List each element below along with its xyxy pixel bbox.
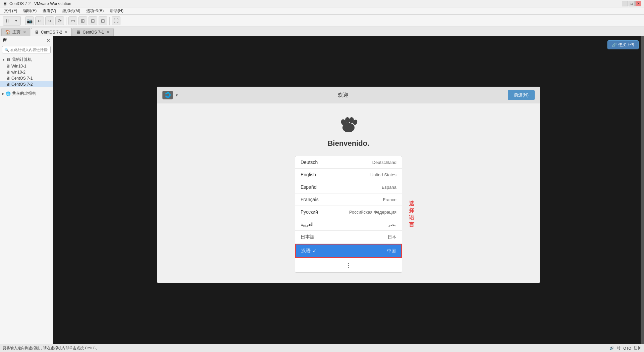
sidebar-item-label-centos72: CentOS 7-2 (11, 82, 33, 87)
title-bar-title: CentOS 7-2 - VMware Workstation (9, 1, 71, 6)
lang-region-english: United States (370, 172, 396, 177)
gnome-logo (337, 110, 360, 134)
sidebar-close-button[interactable]: ✕ (47, 38, 50, 43)
sidebar-item-label-centos71: CentOS 7-1 (11, 76, 33, 81)
tab-home-label: 主页 (12, 29, 20, 35)
sidebar-item-centos72[interactable]: 🖥 CentOS 7-2 (0, 81, 53, 87)
sidebar-search-box[interactable]: 🔍 (2, 46, 51, 53)
forward-button[interactable]: ↪ (45, 16, 54, 25)
sidebar-item-win10-1[interactable]: 🖥 Win10-1 (0, 63, 53, 69)
menu-file[interactable]: 文件(F) (1, 7, 20, 14)
sidebar-group-shared[interactable]: ▶ 🌐 共享的虚拟机 (0, 90, 53, 97)
fit-button[interactable]: ⊞ (78, 16, 87, 25)
lang-name-english: English (301, 172, 316, 177)
main-layout: 库 ✕ 🔍 ▼ 🖥 我的计算机 🖥 Win10-1 🖥 win10-2 🖥 (0, 36, 644, 344)
tabs-bar: 🏠 主页 ✕ 🖥 CentOS 7-2 ✕ 🖥 CentOS 7-1 ✕ (0, 27, 644, 36)
menu-vm[interactable]: 虚拟机(M) (59, 7, 83, 14)
split2-button[interactable]: ⊡ (99, 16, 107, 25)
expand-arrow-shared-icon: ▶ (2, 92, 4, 95)
toolbar-dropdown[interactable]: ▼ (12, 16, 20, 25)
tab-centos71-label: CentOS 7-1 (83, 30, 104, 35)
more-dots-icon: ⋮ (345, 262, 352, 269)
vm-icon-win10-2: 🖥 (6, 70, 10, 75)
tab-home-close[interactable]: ✕ (22, 30, 26, 34)
tab-centos71-close[interactable]: ✕ (106, 30, 110, 34)
maximize-button[interactable]: □ (629, 1, 635, 6)
pause-button[interactable]: ⏸ (3, 16, 12, 25)
tab-centos72[interactable]: 🖥 CentOS 7-2 ✕ (31, 28, 72, 36)
lang-more-button[interactable]: ⋮ (295, 258, 402, 272)
sidebar-item-label-win10-2: win10-2 (11, 70, 25, 75)
power-controls: ⏸ ▼ (3, 16, 21, 26)
vm-group-icon: 🖥 (6, 57, 10, 62)
menu-help[interactable]: 帮助(H) (107, 7, 126, 14)
shared-vm-icon: 🌐 (6, 91, 11, 96)
status-hint-text: 要将输入定向到虚拟机，请在虚拟机内部单击或按 Ctrl+G。 (3, 346, 99, 351)
lang-item-english[interactable]: English United States (295, 169, 402, 181)
rewind-button[interactable]: ↩ (35, 16, 44, 25)
status-oto-label: OTO (623, 346, 631, 350)
toolbar-sep-2 (66, 17, 66, 25)
status-protection-label: 防护 (634, 346, 641, 351)
lang-region-francais: France (383, 197, 396, 202)
installer-globe-area: 🌐 ▼ (162, 91, 178, 99)
fullscreen-button[interactable]: ⛶ (112, 16, 120, 25)
sidebar-group-my-computers[interactable]: ▼ 🖥 我的计算机 (0, 56, 53, 63)
globe-button[interactable]: 🌐 (162, 91, 173, 99)
lang-item-espanol[interactable]: Español España (295, 181, 402, 193)
centos72-tab-icon: 🖥 (35, 30, 39, 35)
lang-item-chinese[interactable]: 汉语 ✓ 中国 (295, 244, 402, 258)
status-bar: 要将输入定向到虚拟机，请在虚拟机内部单击或按 Ctrl+G。 🔊 时 OTO 防… (0, 344, 644, 352)
status-time-label: 时 (617, 346, 621, 351)
title-bar: 🖥 CentOS 7-2 - VMware Workstation — □ ✕ (0, 0, 644, 7)
sidebar-header: 库 ✕ (0, 36, 53, 45)
connect-upload-button[interactable]: 🔗 连接上传 (607, 40, 639, 49)
lang-item-arabic[interactable]: العربية مصر (295, 218, 402, 231)
installer-title-bar: 🌐 ▼ 欢迎 前进(N) (157, 87, 540, 103)
toolbar-sep-1 (23, 17, 23, 25)
minimize-button[interactable]: — (622, 1, 628, 6)
tab-centos72-close[interactable]: ✕ (64, 30, 68, 34)
lang-region-chinese: 中国 (387, 248, 396, 254)
lang-region-russian: Российская Федерация (349, 210, 396, 215)
lang-region-japanese: 日本 (388, 234, 396, 240)
globe-dropdown-arrow[interactable]: ▼ (175, 93, 178, 97)
lang-item-japanese[interactable]: 日本語 日本 (295, 231, 402, 244)
vm-display[interactable]: 🔗 连接上传 🌐 ▼ 欢迎 前进(N) (53, 36, 644, 344)
sidebar-group-shared-label: 共享的虚拟机 (12, 91, 36, 96)
refresh-button[interactable]: ⟳ (55, 16, 64, 25)
lang-region-deutsch: Deutschland (372, 160, 396, 165)
lang-name-arabic: العربية (301, 222, 314, 227)
language-list: Deutsch Deutschland English United State… (295, 156, 402, 273)
menu-edit[interactable]: 编辑(E) (20, 7, 39, 14)
lang-name-francais: Français (301, 197, 319, 202)
search-input[interactable] (10, 48, 48, 52)
tab-home[interactable]: 🏠 主页 ✕ (1, 28, 30, 36)
menu-tabs[interactable]: 选项卡(B) (84, 7, 106, 14)
status-right-area: 🔊 时 OTO 防护 (609, 346, 641, 351)
vm-icon-centos72: 🖥 (6, 82, 10, 87)
vm-icon-centos71: 🖥 (6, 76, 10, 81)
lang-item-russian[interactable]: Русский Российская Федерация (295, 206, 402, 218)
lang-item-francais[interactable]: Français France (295, 193, 402, 206)
title-bar-left: 🖥 CentOS 7-2 - VMware Workstation (3, 1, 71, 6)
content-area[interactable]: 🔗 连接上传 🌐 ▼ 欢迎 前进(N) (53, 36, 644, 344)
lang-name-russian: Русский (301, 209, 318, 215)
vm-scrollbar[interactable] (641, 36, 644, 344)
installer-title: 欢迎 (178, 92, 508, 99)
vm-icon-win10-1: 🖥 (6, 64, 10, 69)
sidebar-item-win10-2[interactable]: 🖥 win10-2 (0, 69, 53, 75)
lang-item-deutsch[interactable]: Deutsch Deutschland (295, 156, 402, 169)
sidebar-item-centos71[interactable]: 🖥 CentOS 7-1 (0, 75, 53, 81)
view-toggle-button[interactable]: ▭ (68, 16, 77, 25)
connect-upload-label: 连接上传 (618, 42, 634, 48)
tab-centos71[interactable]: 🖥 CentOS 7-1 ✕ (72, 28, 113, 36)
snapshot-button[interactable]: 📷 (25, 16, 34, 25)
split-button[interactable]: ⊟ (89, 16, 97, 25)
installer-next-button[interactable]: 前进(N) (508, 90, 535, 100)
close-button[interactable]: ✕ (635, 1, 641, 6)
sidebar-my-computers: ▼ 🖥 我的计算机 🖥 Win10-1 🖥 win10-2 🖥 CentOS 7… (0, 55, 53, 89)
menu-view[interactable]: 查看(V) (40, 7, 59, 14)
sidebar-item-label-win10-1: Win10-1 (11, 64, 26, 69)
installer-body: Bienvenido. Deutsch Deutschland English (157, 103, 540, 283)
